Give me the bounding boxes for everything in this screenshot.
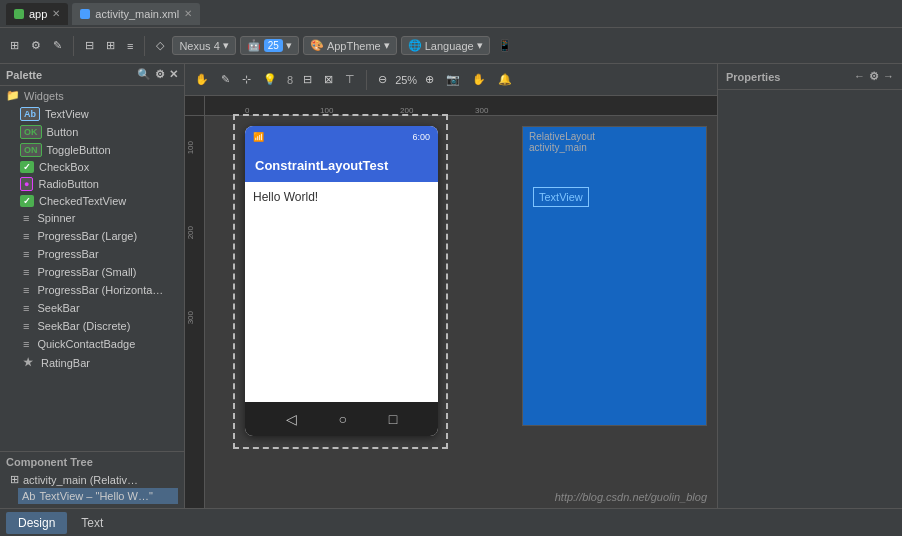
tree-textview-label: TextView – "Hello W…" xyxy=(39,490,152,502)
main-toolbar: ⊞ ⚙ ✎ ⊟ ⊞ ≡ ◇ Nexus 4 ▾ 🤖 25 ▾ 🎨 AppThem… xyxy=(0,28,902,64)
prop-close-icon[interactable]: → xyxy=(883,70,894,83)
phone-title-bar: ConstraintLayoutTest xyxy=(245,148,438,182)
canvas-btn-zoom-in[interactable]: ⊕ xyxy=(421,71,438,88)
tab-app-close[interactable]: ✕ xyxy=(52,8,60,19)
tab-xml-close[interactable]: ✕ xyxy=(184,8,192,19)
canvas-btn-edit[interactable]: ✎ xyxy=(217,71,234,88)
palette-item-progressbar-small[interactable]: ≡ ProgressBar (Small) xyxy=(0,263,184,281)
device-label: Nexus 4 xyxy=(179,40,219,52)
language-selector[interactable]: 🌐 Language ▾ xyxy=(401,36,490,55)
ruler-tick-200: 200 xyxy=(400,106,413,115)
zoom-level: 25% xyxy=(395,74,417,86)
palette-item-spinner[interactable]: ≡ Spinner xyxy=(0,209,184,227)
palette-item-ratingbar[interactable]: ★ RatingBar xyxy=(0,353,184,372)
palette-item-progressbar[interactable]: ≡ ProgressBar xyxy=(0,245,184,263)
button-label: Button xyxy=(47,126,79,138)
canvas-btn-screenshot[interactable]: 📷 xyxy=(442,71,464,88)
tab-xml[interactable]: activity_main.xml ✕ xyxy=(72,3,200,25)
canvas-toolbar: ✋ ✎ ⊹ 💡 8 ⊟ ⊠ ⊤ ⊖ 25% ⊕ 📷 ✋ 🔔 xyxy=(185,64,717,96)
toolbar-btn-theme-editor[interactable]: ◇ xyxy=(152,37,168,54)
canvas-btn-light[interactable]: 💡 xyxy=(259,71,281,88)
lang-arrow: ▾ xyxy=(477,39,483,52)
ruler-tick-v-100: 100 xyxy=(186,141,195,154)
canvas-btn-align[interactable]: ⊤ xyxy=(341,71,359,88)
palette-item-textview[interactable]: Ab TextView xyxy=(0,105,184,123)
prop-settings-icon[interactable]: ⚙ xyxy=(869,70,879,83)
nav-recent: □ xyxy=(389,411,397,427)
canvas-btn-zoom-out[interactable]: ⊖ xyxy=(374,71,391,88)
palette-item-seekbar[interactable]: ≡ SeekBar xyxy=(0,299,184,317)
app-icon xyxy=(14,9,24,19)
checkedtextview-label: CheckedTextView xyxy=(39,195,126,207)
ruler-tick-v-200: 200 xyxy=(186,226,195,239)
tab-text[interactable]: Text xyxy=(69,512,115,534)
canvas-btn-hand[interactable]: ✋ xyxy=(191,71,213,88)
divider-1 xyxy=(73,36,74,56)
togglebutton-label: ToggleButton xyxy=(47,144,111,156)
palette-item-togglebutton[interactable]: ON ToggleButton xyxy=(0,141,184,159)
search-icon[interactable]: 🔍 xyxy=(137,68,151,81)
toolbar-btn-1[interactable]: ⊞ xyxy=(6,37,23,54)
toolbar-btn-grid[interactable]: ⊟ xyxy=(81,37,98,54)
prop-back-icon[interactable]: ← xyxy=(854,70,865,83)
phone-frame: 📶 6:00 ConstraintLayoutTest Hello World! xyxy=(245,126,438,436)
properties-title: Properties xyxy=(726,71,780,83)
palette-item-progressbar-horiz[interactable]: ≡ ProgressBar (Horizonta… xyxy=(0,281,184,299)
tab-text-label: Text xyxy=(81,516,103,530)
seekbar-discrete-badge: ≡ xyxy=(20,319,32,333)
seekbar-discrete-label: SeekBar (Discrete) xyxy=(37,320,130,332)
toolbar-btn-list[interactable]: ≡ xyxy=(123,38,137,54)
palette-item-radiobutton[interactable]: ● RadioButton xyxy=(0,175,184,193)
canvas-area[interactable]: 0 100 200 300 100 200 300 xyxy=(185,96,717,508)
palette-header-icons: 🔍 ⚙ ✕ xyxy=(137,68,178,81)
close-icon[interactable]: ✕ xyxy=(169,68,178,81)
palette-items: 📁 Widgets Ab TextView OK Button ON Toggl… xyxy=(0,86,184,451)
api-selector[interactable]: 🤖 25 ▾ xyxy=(240,36,299,55)
palette-section-widgets: 📁 Widgets xyxy=(0,86,184,105)
title-bar: app ✕ activity_main.xml ✕ xyxy=(0,0,902,28)
status-time: 6:00 xyxy=(412,132,430,142)
toolbar-btn-2[interactable]: ⚙ xyxy=(27,37,45,54)
toolbar-btn-3[interactable]: ✎ xyxy=(49,37,66,54)
canvas-divider xyxy=(366,70,367,90)
android-icon: 🤖 xyxy=(247,39,261,52)
toolbar-btn-layout[interactable]: ⊞ xyxy=(102,37,119,54)
canvas-btn-pan[interactable]: ✋ xyxy=(468,71,490,88)
radiobutton-badge: ● xyxy=(20,177,33,191)
phone-status-bar: 📶 6:00 xyxy=(245,126,438,148)
palette-item-checkbox[interactable]: ✓ CheckBox xyxy=(0,159,184,175)
canvas-btn-constraint[interactable]: ⊠ xyxy=(320,71,337,88)
toolbar-btn-phone[interactable]: 📱 xyxy=(494,37,516,54)
palette-item-seekbar-discrete[interactable]: ≡ SeekBar (Discrete) xyxy=(0,317,184,335)
palette-item-checkedtextview[interactable]: ✓ CheckedTextView xyxy=(0,193,184,209)
tab-app[interactable]: app ✕ xyxy=(6,3,68,25)
canvas-btn-margin[interactable]: ⊟ xyxy=(299,71,316,88)
palette-item-progressbar-large[interactable]: ≡ ProgressBar (Large) xyxy=(0,227,184,245)
palette-panel: Palette 🔍 ⚙ ✕ 📁 Widgets Ab TextView OK xyxy=(0,64,185,508)
tree-item-activity-main[interactable]: ⊞ activity_main (Relativ… xyxy=(6,471,178,488)
canvas-btn-select[interactable]: ⊹ xyxy=(238,71,255,88)
properties-header: Properties ← ⚙ → xyxy=(718,64,902,90)
component-tree-header: Component Tree xyxy=(6,456,178,468)
palette-header: Palette 🔍 ⚙ ✕ xyxy=(0,64,184,86)
canvas-btn-bell[interactable]: 🔔 xyxy=(494,71,516,88)
quickcontactbadge-label: QuickContactBadge xyxy=(37,338,135,350)
ruler-corner xyxy=(185,96,205,116)
component-tree: Component Tree ⊞ activity_main (Relativ…… xyxy=(0,451,184,508)
settings-icon[interactable]: ⚙ xyxy=(155,68,165,81)
ruler-tick-300: 300 xyxy=(475,106,488,115)
device-selector[interactable]: Nexus 4 ▾ xyxy=(172,36,235,55)
progressbar-label: ProgressBar xyxy=(37,248,98,260)
tree-layout-icon: ⊞ xyxy=(10,473,19,486)
textview-badge: Ab xyxy=(20,107,40,121)
tree-item-textview[interactable]: Ab TextView – "Hello W…" xyxy=(18,488,178,504)
palette-item-quickcontactbadge[interactable]: ≡ QuickContactBadge xyxy=(0,335,184,353)
progressbar-large-label: ProgressBar (Large) xyxy=(37,230,137,242)
tab-design[interactable]: Design xyxy=(6,512,67,534)
palette-item-button[interactable]: OK Button xyxy=(0,123,184,141)
togglebutton-badge: ON xyxy=(20,143,42,157)
tab-design-label: Design xyxy=(18,516,55,530)
theme-selector[interactable]: 🎨 AppTheme ▾ xyxy=(303,36,397,55)
ratingbar-badge: ★ xyxy=(20,355,36,370)
preview-layout-type: RelativeLayout activity_main xyxy=(523,127,706,157)
